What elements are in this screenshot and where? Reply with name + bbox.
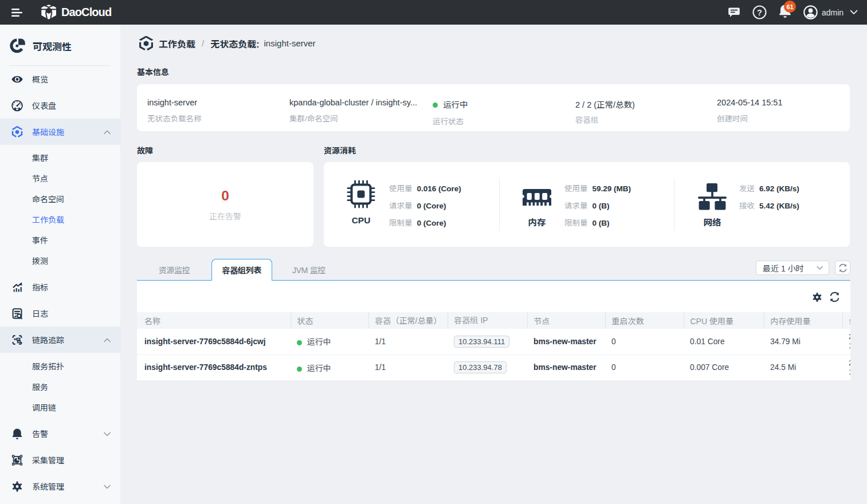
svg-text:?: ? [757,8,762,17]
